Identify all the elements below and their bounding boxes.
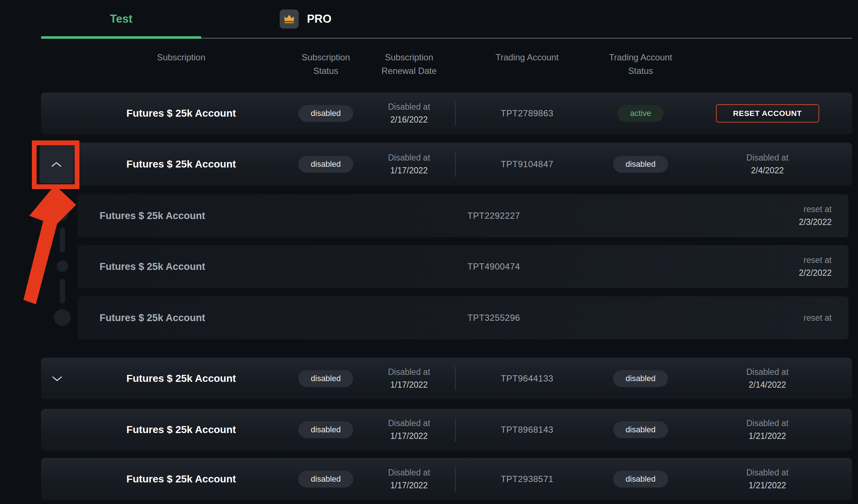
subscription-status-badge: disabled: [298, 156, 353, 173]
trading-account-id: TPT2789863: [501, 108, 553, 119]
subscription-name: Futures $ 25k Account: [126, 373, 236, 384]
trading-account-status-badge: disabled: [613, 421, 668, 438]
status-date: Disabled at 2/14/2022: [746, 366, 788, 391]
annotation-highlight-box: [32, 140, 79, 189]
tab-test[interactable]: Test: [41, 0, 201, 38]
subscription-row: Futures $ 25k Account disabled Disabled …: [41, 458, 852, 500]
subscription-row: Futures $ 25k Account disabled Disabled …: [41, 93, 852, 134]
reset-account-button[interactable]: RESET ACCOUNT: [716, 104, 819, 123]
status-date: Disabled at 1/21/2022: [746, 417, 788, 443]
subscription-status-badge: disabled: [298, 370, 353, 387]
chevron-down-icon: [52, 375, 63, 382]
crown-icon: [280, 10, 299, 29]
trading-account-id: TPT9104847: [501, 159, 553, 169]
reset-history-row: Futures $ 25k Account TPT4900474 reset a…: [78, 245, 848, 288]
subscription-row: Futures $ 25k Account disabled Disabled …: [41, 409, 852, 451]
renewal-date: Disabled at 1/17/2022: [388, 151, 430, 177]
subscription-status-badge: disabled: [298, 105, 353, 122]
subscription-name: Futures $ 25k Account: [78, 261, 205, 272]
trading-account-id: TPT9644133: [501, 373, 553, 384]
subscription-status-badge: disabled: [298, 421, 353, 438]
annotation-arrow: [13, 183, 80, 310]
active-tab-indicator: [41, 36, 201, 39]
subscription-row-expanded: Futures $ 25k Account disabled Disabled …: [41, 143, 852, 186]
subscription-row: Futures $ 25k Account disabled Disabled …: [41, 358, 852, 399]
subscription-name: Futures $ 25k Account: [126, 424, 236, 436]
trading-account-status-badge: disabled: [613, 156, 668, 173]
reset-history-row: Futures $ 25k Account TPT2292227 reset a…: [78, 194, 848, 237]
status-date: Disabled at 1/21/2022: [746, 466, 788, 492]
tab-bar: Test PRO: [41, 0, 852, 39]
trading-account-id: TPT8968143: [501, 425, 553, 435]
column-divider: [455, 418, 456, 442]
trading-account-id: TPT2292227: [467, 211, 520, 221]
trading-account-status-badge: disabled: [613, 471, 668, 488]
subscription-name: Futures $ 25k Account: [78, 312, 205, 323]
reset-date: reset at 2/3/2022: [610, 203, 848, 229]
tab-test-label: Test: [110, 12, 132, 26]
table-header: Subscription Subscription Status Subscri…: [41, 50, 852, 78]
trading-account-status-badge: active: [618, 105, 663, 122]
col-header-trading-account-status: Trading Account Status: [598, 50, 683, 78]
column-divider: [455, 151, 456, 177]
trading-account-status-badge: disabled: [613, 370, 668, 387]
subscription-name: Futures $ 25k Account: [78, 210, 205, 221]
subscription-name: Futures $ 25k Account: [126, 473, 236, 485]
renewal-date: Disabled at 1/17/2022: [388, 466, 430, 492]
tab-pro-label: PRO: [307, 12, 331, 26]
trading-account-id: TPT3255296: [467, 313, 520, 323]
renewal-date: Disabled at 1/17/2022: [388, 417, 430, 443]
tab-pro[interactable]: PRO: [201, 0, 410, 38]
status-date: Disabled at 2/4/2022: [746, 151, 788, 177]
renewal-date: Disabled at 1/17/2022: [388, 366, 430, 391]
subscription-name: Futures $ 25k Account: [126, 108, 236, 119]
column-divider: [455, 101, 456, 125]
column-divider: [455, 467, 456, 492]
trading-account-id: TPT2938571: [501, 474, 553, 484]
column-divider: [455, 366, 456, 391]
renewal-date: Disabled at 2/16/2022: [388, 101, 430, 126]
col-header-subscription: Subscription: [73, 50, 289, 64]
reset-history-row: Futures $ 25k Account TPT3255296 reset a…: [78, 296, 848, 339]
col-header-trading-account: Trading Account: [456, 50, 598, 64]
timeline-dot: [54, 309, 71, 326]
col-header-renewal-date: Subscription Renewal Date: [362, 50, 456, 78]
col-header-subscription-status: Subscription Status: [289, 50, 362, 78]
reset-date: reset at 2/2/2022: [610, 254, 848, 279]
subscription-name: Futures $ 25k Account: [126, 158, 236, 170]
subscription-status-badge: disabled: [298, 471, 353, 488]
reset-date: reset at: [610, 312, 848, 324]
trading-account-id: TPT4900474: [467, 262, 520, 272]
expand-row-button[interactable]: [41, 360, 73, 398]
